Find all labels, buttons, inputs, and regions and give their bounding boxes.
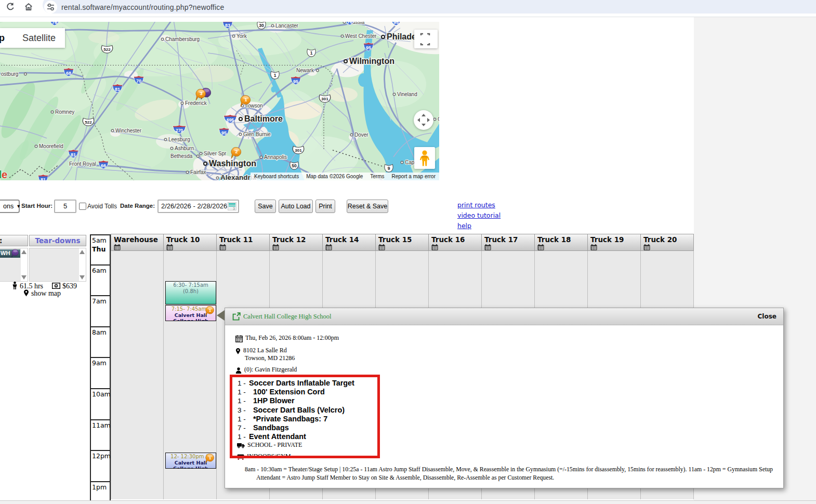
- event-pink[interactable]: 7:15- 7:45am (Calvert HallCollege High1: [165, 305, 216, 321]
- fullscreen-button[interactable]: [414, 30, 438, 48]
- calendar-icon[interactable]: [643, 244, 650, 250]
- column-header-truck-10[interactable]: Truck 10: [164, 234, 217, 251]
- calendar-icon[interactable]: [431, 244, 438, 250]
- start-hour-label: Start Hour:: [21, 203, 52, 209]
- person-icon: [12, 282, 18, 289]
- popup-title-link[interactable]: Calvert Hall College High School: [232, 312, 331, 321]
- site-settings-icon[interactable]: [44, 1, 57, 14]
- scrollbar[interactable]: [79, 248, 86, 281]
- auto-load-button[interactable]: Auto Load: [279, 200, 313, 213]
- calendar-icon[interactable]: [378, 244, 385, 250]
- save-button[interactable]: Save: [255, 200, 276, 213]
- routing-options-select[interactable]: ons▼: [0, 200, 20, 213]
- reset-save-button[interactable]: Reset & Save: [347, 200, 388, 213]
- scroll-down-icon[interactable]: [80, 275, 85, 280]
- calendar-icon[interactable]: [272, 244, 279, 250]
- help-link[interactable]: help: [457, 222, 471, 230]
- calendar-icon[interactable]: [219, 244, 226, 250]
- scrollbar[interactable]: [21, 248, 28, 281]
- datepicker-icon[interactable]: 3: [228, 202, 236, 210]
- print-button[interactable]: Print: [315, 200, 335, 213]
- close-button[interactable]: Close: [758, 313, 776, 320]
- url-bar[interactable]: rental.software/myaccount/routing.php?ne…: [43, 0, 816, 14]
- svg-text:Fairfax: Fairfax: [190, 169, 206, 175]
- map-attribution-item[interactable]: Keyboard shortcuts: [251, 173, 302, 180]
- column-header-truck-17[interactable]: Truck 17: [482, 234, 535, 251]
- event-blue[interactable]: 12- 12:30pm (0Calvert HallCollege High1: [165, 453, 216, 469]
- column-header-truck-12[interactable]: Truck 12: [270, 234, 323, 251]
- map-canvas[interactable]: ChambersburgLancasterYorkPrussiaWest Che…: [0, 22, 439, 180]
- svg-text:68: 68: [66, 71, 71, 76]
- us-route-shield-9: 9: [385, 164, 393, 172]
- column-header-warehouse[interactable]: Warehouse: [111, 234, 164, 251]
- column-header-truck-14[interactable]: Truck 14: [323, 234, 376, 251]
- setups-listbox[interactable]: WH: [0, 248, 28, 282]
- svg-text:Baltimore: Baltimore: [244, 114, 283, 123]
- map-city-moorefield: Moorefield: [35, 143, 63, 149]
- svg-text:1: 1: [244, 97, 247, 102]
- avoid-tolls-checkbox[interactable]: [79, 203, 86, 210]
- column-header-truck-20[interactable]: Truck 20: [641, 234, 694, 251]
- video-tutorial-link[interactable]: video tutorial: [457, 211, 501, 219]
- svg-text:30: 30: [259, 23, 264, 28]
- svg-text:Washington: Washington: [209, 159, 256, 168]
- tab-setups-cut[interactable]: :: [0, 235, 28, 246]
- map-attribution-item[interactable]: Report a map error: [388, 173, 439, 180]
- calendar-icon[interactable]: [325, 244, 332, 250]
- svg-text:301: 301: [295, 148, 302, 153]
- calendar-icon[interactable]: [114, 244, 121, 250]
- show-map: show map: [23, 289, 61, 298]
- time-cell-9am: 9am: [90, 358, 111, 389]
- tear-downs-listbox[interactable]: [29, 248, 86, 282]
- avoid-tolls-label: Avoid Tolls: [87, 203, 117, 210]
- map-attribution-item[interactable]: Terms: [366, 173, 388, 180]
- svg-text:66: 66: [101, 163, 106, 168]
- satellite-button[interactable]: Satellite: [5, 33, 65, 44]
- wh-list-item[interactable]: WH: [0, 249, 20, 258]
- calendar-icon[interactable]: [590, 244, 597, 250]
- time-cell-5am: 5amThu: [90, 234, 111, 266]
- browser-toolbar: rental.software/myaccount/routing.php?ne…: [0, 0, 816, 17]
- scroll-up-icon[interactable]: [80, 250, 85, 254]
- svg-text:Silver Spr: Silver Spr: [204, 151, 227, 156]
- column-header-truck-18[interactable]: Truck 18: [535, 234, 588, 251]
- scroll-down-icon[interactable]: [21, 275, 27, 280]
- map-city-glen-burnie: Glen Burnie: [239, 131, 271, 137]
- svg-text:83: 83: [225, 23, 230, 28]
- start-hour-input[interactable]: 5: [54, 200, 76, 213]
- map-city-wilmington: Wilmington: [344, 57, 394, 65]
- calendar-icon[interactable]: [166, 244, 173, 250]
- column-header-truck-15[interactable]: Truck 15: [376, 234, 429, 251]
- column-header-truck-19[interactable]: Truck 19: [588, 234, 641, 251]
- print-routes-link[interactable]: print routes: [457, 201, 495, 209]
- event-teal[interactable]: 6:30- 7:15am(0.8h): [165, 281, 216, 304]
- event-duration: (0.8h): [166, 288, 216, 295]
- svg-text:Romney: Romney: [55, 109, 74, 115]
- scroll-up-icon[interactable]: [21, 250, 27, 254]
- map-city-chambersburg: Chambersburg: [161, 36, 200, 42]
- select-caret-icon: ▼: [16, 204, 21, 209]
- svg-text:76: 76: [52, 22, 57, 25]
- svg-text:70: 70: [136, 78, 141, 84]
- column-header-truck-11[interactable]: Truck 11: [217, 234, 270, 251]
- column-header-truck-16[interactable]: Truck 16: [429, 234, 482, 251]
- map-city-silver-spr: Silver Spr: [200, 151, 227, 156]
- map-city-frederick: Frederick: [181, 100, 207, 106]
- us-route-shield-1: 1: [271, 71, 279, 79]
- calendar-icon[interactable]: [537, 244, 544, 250]
- pegman-streetview-icon[interactable]: [414, 147, 435, 169]
- horizontal-scrollbar[interactable]: [0, 500, 816, 504]
- time-cell-6am: 6am: [90, 266, 111, 297]
- svg-text:81: 81: [115, 87, 120, 92]
- home-icon[interactable]: [24, 2, 33, 11]
- svg-text:270: 270: [176, 128, 183, 133]
- column-warehouse[interactable]: [111, 251, 164, 499]
- event-marker-badge: 1: [205, 306, 215, 316]
- calendar-icon[interactable]: [484, 244, 491, 250]
- map-button[interactable]: Map: [0, 33, 5, 44]
- svg-text:Leesburg: Leesburg: [168, 137, 190, 142]
- date-range-input[interactable]: 2/26/2026 - 2/28/2026 3: [157, 200, 239, 213]
- reload-icon[interactable]: [6, 2, 15, 11]
- tab-tear-downs[interactable]: Tear-downs: [29, 235, 86, 246]
- pan-control[interactable]: [414, 110, 433, 130]
